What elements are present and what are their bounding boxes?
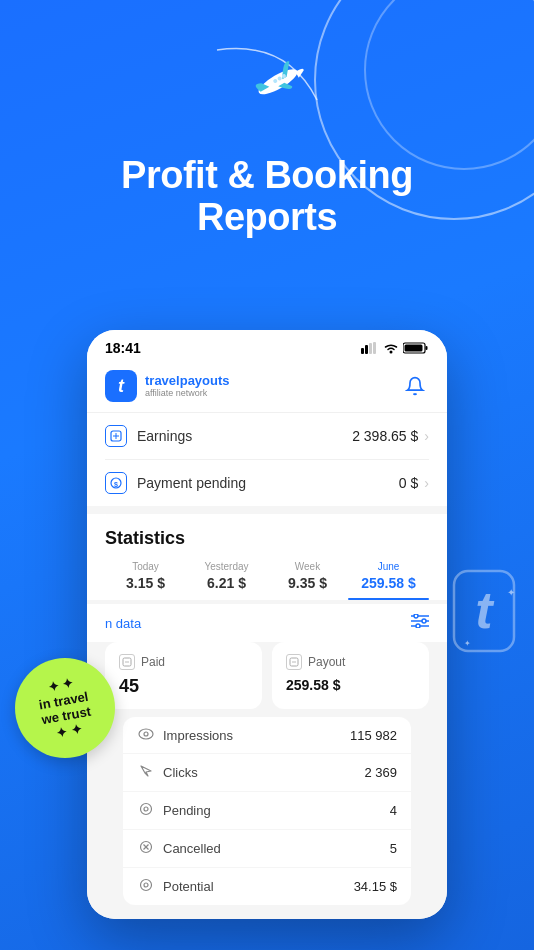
metric-impressions-left: Impressions xyxy=(137,727,233,743)
clicks-label: Clicks xyxy=(163,765,198,780)
tab-june-value: 259.58 $ xyxy=(361,575,416,591)
logo-icon: t xyxy=(105,370,137,402)
svg-text:✦: ✦ xyxy=(507,587,515,598)
svg-rect-6 xyxy=(369,343,372,354)
card-payout-value: 259.58 $ xyxy=(286,677,341,693)
tab-june-underline xyxy=(348,598,429,600)
svg-text:t: t xyxy=(475,581,495,639)
trust-badge-text: ✦ ✦ in travel we trust ✦ ✦ xyxy=(35,673,95,743)
app-subtitle: affiliate network xyxy=(145,388,230,398)
logo-area: t travelpayouts affiliate network xyxy=(105,370,230,402)
payment-right: 0 $ › xyxy=(399,475,429,491)
tab-today-value: 3.15 $ xyxy=(126,575,165,591)
impressions-icon xyxy=(137,727,155,743)
metric-potential: Potential 34.15 $ xyxy=(123,868,411,905)
time-tabs: Today 3.15 $ Yesterday 6.21 $ Week 9.35 … xyxy=(105,561,429,600)
tab-today-label: Today xyxy=(105,561,186,572)
logo-letter: t xyxy=(118,376,124,397)
svg-rect-11 xyxy=(405,345,423,352)
status-time: 18:41 xyxy=(105,340,141,356)
payment-chevron: › xyxy=(424,475,429,491)
card-payout-icon xyxy=(286,654,302,670)
tab-yesterday[interactable]: Yesterday 6.21 $ xyxy=(186,561,267,600)
cards-row: Paid 45 Payout 259.58 $ xyxy=(87,642,447,717)
metric-cancelled: Cancelled 5 xyxy=(123,830,411,868)
metric-potential-left: Potential xyxy=(137,878,214,895)
card-paid-label: Paid xyxy=(141,655,165,669)
card-paid-value: 45 xyxy=(119,676,139,696)
filter-link[interactable]: n data xyxy=(105,616,141,631)
svg-text:$: $ xyxy=(114,481,118,489)
svg-point-20 xyxy=(414,614,418,618)
potential-icon xyxy=(137,878,155,895)
airplane-illustration xyxy=(207,40,327,120)
tab-yesterday-value: 6.21 $ xyxy=(207,575,246,591)
potential-value: 34.15 $ xyxy=(354,879,397,894)
metric-cancelled-left: Cancelled xyxy=(137,840,221,857)
tab-yesterday-label: Yesterday xyxy=(186,561,267,572)
app-name: travelpayouts xyxy=(145,374,230,388)
tab-june-label: June xyxy=(348,561,429,572)
cancelled-icon xyxy=(137,840,155,857)
tab-week-label: Week xyxy=(267,561,348,572)
earnings-label-area: Earnings xyxy=(105,425,192,447)
status-icons xyxy=(361,342,429,354)
svg-rect-4 xyxy=(361,348,364,354)
trust-badge: ✦ ✦ in travel we trust ✦ ✦ xyxy=(15,658,115,758)
card-payout-label: Payout xyxy=(308,655,345,669)
right-decoration: t ✦ ✦ xyxy=(449,566,519,660)
earnings-right: 2 398.65 $ › xyxy=(352,428,429,444)
filter-icon[interactable] xyxy=(411,614,429,632)
earnings-row[interactable]: Earnings 2 398.65 $ › xyxy=(105,413,429,460)
heading-line1: Profit & Booking xyxy=(20,155,514,197)
battery-icon xyxy=(403,342,429,354)
svg-point-27 xyxy=(139,729,153,739)
metrics-wrapper: Impressions 115 982 Clicks 2 369 xyxy=(87,717,447,919)
tab-week-value: 9.35 $ xyxy=(288,575,327,591)
cancelled-label: Cancelled xyxy=(163,841,221,856)
clicks-icon xyxy=(137,764,155,781)
payment-row[interactable]: $ Payment pending 0 $ › xyxy=(105,460,429,506)
filter-row: n data xyxy=(87,604,447,642)
earnings-icon xyxy=(105,425,127,447)
pending-label: Pending xyxy=(163,803,211,818)
statistics-title: Statistics xyxy=(105,528,429,549)
pending-value: 4 xyxy=(390,803,397,818)
clicks-value: 2 369 xyxy=(364,765,397,780)
tab-week[interactable]: Week 9.35 $ xyxy=(267,561,348,600)
potential-label: Potential xyxy=(163,879,214,894)
payment-label-area: $ Payment pending xyxy=(105,472,246,494)
status-bar: 18:41 xyxy=(87,330,447,362)
tab-june[interactable]: June 259.58 $ xyxy=(348,561,429,600)
svg-rect-10 xyxy=(426,346,428,350)
earnings-section: Earnings 2 398.65 $ › $ Payment pending … xyxy=(87,413,447,506)
logo-text-area: travelpayouts affiliate network xyxy=(145,374,230,398)
tab-today[interactable]: Today 3.15 $ xyxy=(105,561,186,600)
metric-impressions: Impressions 115 982 xyxy=(123,717,411,754)
phone-mockup: 18:41 t xyxy=(87,330,447,919)
svg-point-34 xyxy=(141,880,152,891)
metric-clicks-left: Clicks xyxy=(137,764,198,781)
earnings-chevron: › xyxy=(424,428,429,444)
heading-line2: Reports xyxy=(20,197,514,239)
svg-rect-7 xyxy=(373,342,376,354)
cancelled-value: 5 xyxy=(390,841,397,856)
earnings-label: Earnings xyxy=(137,428,192,444)
metrics-list: Impressions 115 982 Clicks 2 369 xyxy=(123,717,411,905)
svg-point-35 xyxy=(144,883,148,887)
svg-point-30 xyxy=(144,807,148,811)
svg-point-28 xyxy=(144,732,148,736)
page-heading: Profit & Booking Reports xyxy=(0,155,534,239)
metric-pending: Pending 4 xyxy=(123,792,411,830)
svg-text:✦: ✦ xyxy=(464,639,471,648)
payment-value: 0 $ xyxy=(399,475,418,491)
bell-icon[interactable] xyxy=(401,372,429,400)
svg-point-22 xyxy=(416,624,420,628)
earnings-value: 2 398.65 $ xyxy=(352,428,418,444)
card-paid-label-row: Paid xyxy=(119,654,248,670)
signal-icon xyxy=(361,342,379,354)
card-payout-label-row: Payout xyxy=(286,654,415,670)
app-header: t travelpayouts affiliate network xyxy=(87,362,447,413)
impressions-label: Impressions xyxy=(163,728,233,743)
impressions-value: 115 982 xyxy=(350,728,397,743)
